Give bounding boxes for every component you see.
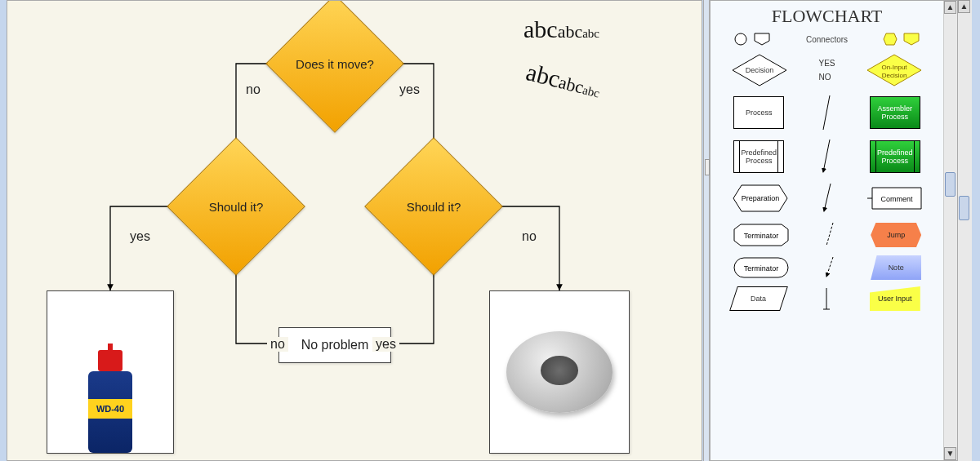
text-demo-2[interactable]: abcabcabc [523,58,604,103]
svg-point-0 [735,33,746,45]
svg-line-16 [826,257,833,277]
edge-left-yes: yes [130,229,150,244]
palette-preparation[interactable]: Preparation [732,184,789,213]
svg-line-7 [823,140,830,172]
result-wd40[interactable]: WD-40 [47,290,174,454]
outer-scrollbar[interactable]: ▲ [958,0,972,461]
connector-arrow2-icon[interactable] [821,182,834,215]
shape-palette: FLOWCHART Connectors Decision YES NO [710,0,958,461]
decision-root[interactable]: Does it move? [265,0,404,133]
palette-note[interactable]: Note [871,255,921,280]
canvas[interactable]: Does it move? Should it? Should it? No p… [7,0,702,461]
decision-root-label: Does it move? [287,57,382,71]
duct-tape-illustration [490,291,629,453]
palette-predefined-process-green[interactable]: PredefinedProcess [870,140,920,173]
svg-marker-1 [884,33,897,45]
decision-left-label: Should it? [189,200,283,214]
connector-offpage-yellow-icon[interactable] [902,32,920,47]
edge-root-yes: yes [399,82,420,97]
result-duct-tape[interactable] [489,290,630,454]
connector-dashed-icon[interactable] [823,221,836,249]
outer-scroll-up-icon[interactable]: ▲ [958,0,970,13]
palette-jump[interactable]: Jump [871,223,921,247]
svg-text:Terminator: Terminator [744,232,779,240]
decision-left[interactable]: Should it? [167,137,305,276]
connectors-label: Connectors [806,35,848,44]
edge-right-yes: yes [372,337,399,352]
palette-comment[interactable]: Comment [866,186,923,211]
connector-open-icon[interactable] [820,286,833,311]
decision-right-label: Should it? [386,200,481,214]
palette-predefined-process[interactable]: PredefinedProcess [733,140,784,173]
decision-right[interactable]: Should it? [364,137,503,276]
palette-process[interactable]: Process [733,96,784,129]
palette-terminator-2[interactable]: Terminator [733,256,790,279]
connector-arrow-icon[interactable] [820,138,833,175]
svg-text:Terminator: Terminator [744,264,779,273]
palette-data[interactable]: Data [733,286,784,311]
palette-decision[interactable]: Decision [731,53,788,87]
svg-line-6 [823,95,830,130]
wd40-brand: WD-40 [88,399,132,419]
decision-no-label: NO [818,73,835,82]
wd40-illustration: WD-40 [47,291,173,453]
svg-text:Preparation: Preparation [741,194,779,202]
palette-assembler-process[interactable]: AssemblerProcess [870,96,920,129]
palette-terminator[interactable]: Terminator [733,223,790,247]
scroll-down-icon[interactable]: ▼ [944,447,956,460]
outer-scroll-thumb[interactable] [959,196,969,220]
edge-right-no: no [522,229,537,244]
text-demo-1[interactable]: abcabcabc [523,16,599,43]
scroll-up-icon[interactable]: ▲ [944,1,956,14]
svg-line-10 [824,184,831,211]
palette-oninput-decision[interactable]: On-InputDecision [866,53,923,87]
connector-offpage-white-icon[interactable] [753,32,771,47]
process-label: No problem [301,338,369,352]
connector-hex-yellow-icon[interactable] [883,32,898,47]
splitter[interactable] [703,0,710,461]
edge-left-no: no [267,337,288,352]
connector-line-icon[interactable] [820,94,833,131]
scroll-thumb[interactable] [945,172,956,197]
svg-text:On-InputDecision: On-InputDecision [882,64,908,79]
palette-user-input[interactable]: User Input [870,286,920,311]
decision-yes-label: YES [818,59,835,68]
palette-title: FLOWCHART [710,1,943,29]
svg-text:Decision: Decision [746,66,774,74]
connector-circle-icon[interactable] [733,32,748,47]
palette-scrollbar[interactable]: ▲ ▼ [943,1,957,460]
svg-text:Comment: Comment [880,195,913,203]
edge-root-no: no [246,82,261,97]
connector-dashed-arrow-icon[interactable] [823,255,836,280]
palette-connectors-row: Connectors [710,29,943,50]
svg-line-13 [826,223,833,246]
